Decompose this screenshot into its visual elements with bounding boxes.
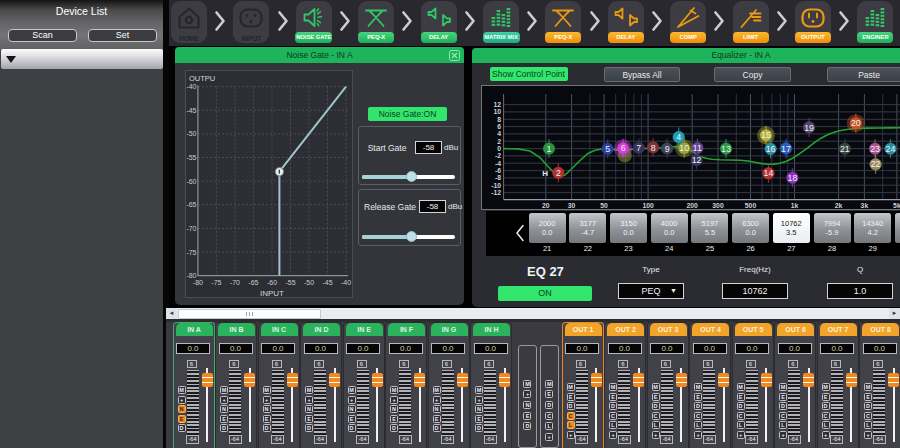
svg-text:1k: 1k <box>791 202 799 209</box>
svg-text:8: 8 <box>651 143 656 153</box>
svg-text:-40: -40 <box>186 83 196 90</box>
svg-text:14: 14 <box>764 168 774 178</box>
svg-text:17: 17 <box>781 144 791 154</box>
svg-text:16: 16 <box>766 144 776 154</box>
svg-text:-8: -8 <box>495 174 501 181</box>
svg-text:-65: -65 <box>186 201 196 208</box>
svg-text:-2: -2 <box>495 152 501 159</box>
svg-text:4: 4 <box>497 130 501 137</box>
svg-text:INPUT: INPUT <box>260 289 284 298</box>
svg-text:-60: -60 <box>267 279 277 286</box>
svg-text:20: 20 <box>851 118 861 128</box>
svg-text:2: 2 <box>497 138 501 145</box>
svg-text:10: 10 <box>493 108 501 115</box>
svg-text:9: 9 <box>665 144 670 154</box>
svg-text:12: 12 <box>493 101 501 108</box>
svg-text:500: 500 <box>745 202 757 209</box>
svg-text:5: 5 <box>605 144 610 154</box>
svg-text:-70: -70 <box>186 225 196 232</box>
svg-text:H: H <box>542 169 548 178</box>
svg-text:-65: -65 <box>248 279 258 286</box>
svg-text:5k: 5k <box>893 202 900 209</box>
svg-text:7: 7 <box>636 143 641 153</box>
svg-text:-45: -45 <box>186 107 196 114</box>
svg-text:6: 6 <box>497 123 501 130</box>
svg-text:-50: -50 <box>304 279 314 286</box>
svg-text:13: 13 <box>721 144 731 154</box>
svg-text:OUTPU: OUTPU <box>189 74 215 83</box>
svg-text:23: 23 <box>870 144 880 154</box>
svg-text:22: 22 <box>871 159 881 169</box>
svg-text:-50: -50 <box>186 130 196 137</box>
svg-text:-12: -12 <box>491 189 501 196</box>
svg-text:10: 10 <box>679 143 689 153</box>
svg-text:2: 2 <box>556 168 561 178</box>
svg-text:-80: -80 <box>186 272 196 279</box>
svg-text:30: 30 <box>568 202 576 209</box>
svg-text:-60: -60 <box>186 178 196 185</box>
svg-text:24: 24 <box>886 144 896 154</box>
svg-text:3k: 3k <box>861 202 869 209</box>
svg-text:8: 8 <box>497 116 501 123</box>
svg-text:-55: -55 <box>186 154 196 161</box>
svg-text:12: 12 <box>692 155 702 165</box>
svg-text:19: 19 <box>804 123 814 133</box>
svg-text:-55: -55 <box>285 279 295 286</box>
svg-text:-70: -70 <box>230 279 240 286</box>
svg-text:-75: -75 <box>186 249 196 256</box>
svg-text:-6: -6 <box>495 167 501 174</box>
svg-text:100: 100 <box>642 202 654 209</box>
svg-text:200: 200 <box>687 202 699 209</box>
svg-text:-80: -80 <box>193 279 203 286</box>
svg-text:-4: -4 <box>495 160 501 167</box>
svg-text:-40: -40 <box>341 279 351 286</box>
svg-text:-75: -75 <box>211 279 221 286</box>
svg-text:20: 20 <box>542 202 550 209</box>
svg-text:4: 4 <box>676 132 681 142</box>
svg-text:11: 11 <box>693 143 702 153</box>
svg-text:50: 50 <box>600 202 608 209</box>
svg-text:21: 21 <box>840 144 850 154</box>
svg-text:2k: 2k <box>835 202 843 209</box>
svg-text:-10: -10 <box>491 182 501 189</box>
svg-text:15: 15 <box>761 130 771 140</box>
svg-text:-45: -45 <box>322 279 332 286</box>
svg-text:1: 1 <box>547 144 552 154</box>
svg-text:300: 300 <box>712 202 724 209</box>
svg-text:6: 6 <box>621 143 626 153</box>
svg-text:18: 18 <box>788 173 798 183</box>
svg-text:0: 0 <box>497 145 501 152</box>
